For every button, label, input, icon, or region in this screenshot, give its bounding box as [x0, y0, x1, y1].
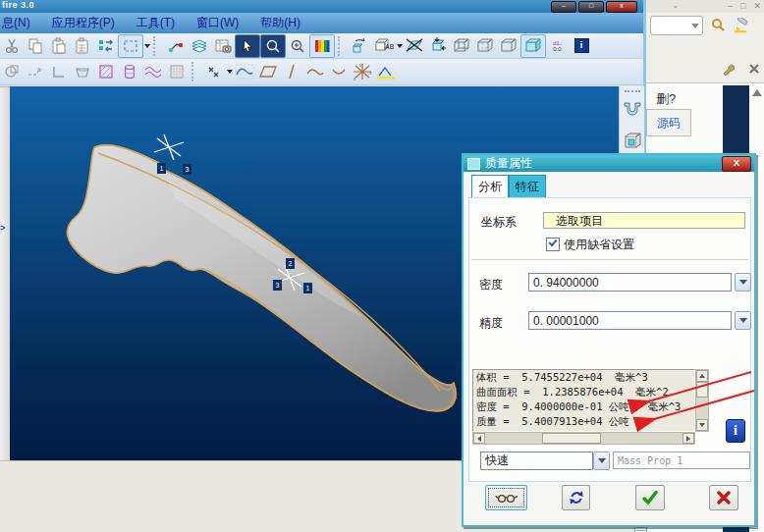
menu-tools[interactable]: 工具(T) — [136, 15, 175, 31]
spline-curve-icon[interactable] — [233, 61, 256, 82]
accuracy-dropdown-button[interactable] — [735, 311, 751, 330]
view-manager-icon[interactable] — [211, 35, 235, 57]
part-model[interactable] — [68, 145, 457, 411]
info-icon[interactable]: i — [570, 35, 593, 57]
wave-curve-icon[interactable] — [303, 61, 327, 82]
window-title: fire 3.0 — [2, 0, 34, 10]
scroll-up-icon[interactable] — [752, 89, 762, 96]
shaded-display-icon[interactable] — [520, 34, 546, 58]
zoom-in-icon[interactable] — [286, 35, 309, 57]
search-icon[interactable] — [710, 18, 726, 33]
csys-star-icon[interactable]: vxz — [351, 61, 374, 82]
surface-waves-icon[interactable] — [141, 61, 165, 82]
draft-tool-icon[interactable] — [24, 61, 47, 82]
select-arrow-icon[interactable] — [235, 34, 260, 58]
close-button[interactable]: x — [606, 1, 637, 13]
pattern-grid-icon[interactable] — [165, 61, 189, 82]
hidden-line-display-icon[interactable] — [473, 35, 497, 57]
layers-icon[interactable] — [188, 35, 211, 57]
results-horizontal-scrollbar[interactable] — [472, 432, 695, 445]
bg-maximize-button[interactable]: □ — [740, 0, 745, 12]
scroll-down-button[interactable] — [696, 419, 708, 431]
csys2-axis-label: 2 — [286, 258, 295, 269]
views-icon-text: AB — [385, 43, 394, 50]
expand-panel-arrow-icon[interactable]: > — [0, 223, 5, 233]
left-panel-splitter[interactable]: > — [0, 86, 10, 461]
bg-address-combobox[interactable] — [650, 16, 703, 35]
select-box-icon[interactable] — [118, 34, 143, 58]
scroll-left-button[interactable] — [473, 433, 485, 444]
analysis-name-field[interactable] — [613, 452, 750, 469]
mode-combobox[interactable] — [480, 452, 593, 470]
result-surface-area: 曲面面积 = 1.2385876e+04 毫米^2 — [473, 385, 694, 399]
scrollbar-thumb[interactable] — [542, 433, 601, 444]
dialog-title: 质量属性 — [485, 155, 532, 172]
corner-tool-icon[interactable] — [47, 61, 71, 82]
scroll-right-button[interactable] — [682, 433, 694, 444]
tab-analysis[interactable]: 分析 — [471, 175, 509, 199]
wrench-icon[interactable] — [721, 63, 735, 77]
datum-angle-icon[interactable] — [374, 61, 398, 82]
menu-applications[interactable]: 应用程序(P) — [52, 15, 115, 31]
toolbar-drag-handle[interactable] — [625, 90, 640, 92]
chevron-down-icon — [691, 24, 699, 28]
wireframe-display-icon[interactable] — [450, 35, 473, 57]
repeat-button[interactable] — [562, 485, 590, 510]
datum-points-icon[interactable] — [202, 61, 226, 82]
saved-views-icon[interactable]: AB — [372, 35, 396, 57]
menu-help[interactable]: 帮助(H) — [260, 15, 300, 31]
datum-axis-display-icon[interactable] — [426, 35, 450, 57]
highlighter-icon[interactable] — [733, 18, 750, 33]
color-palette-icon[interactable] — [309, 34, 335, 58]
paste-icon[interactable] — [47, 35, 71, 57]
density-input[interactable] — [528, 273, 732, 292]
arc-icon[interactable] — [327, 61, 351, 82]
bg-minimize-button[interactable]: – — [728, 0, 733, 12]
copy-icon[interactable] — [24, 35, 47, 57]
bg-close-button[interactable]: ✕ — [753, 0, 761, 12]
hole-tool-icon[interactable] — [0, 61, 24, 82]
shell-tool-icon[interactable] — [71, 61, 94, 82]
no-hidden-display-icon[interactable] — [497, 35, 520, 57]
density-dropdown-button[interactable] — [735, 273, 751, 292]
cut-icon[interactable] — [0, 35, 24, 57]
csys-marker-1[interactable] — [154, 134, 184, 160]
menu-info[interactable]: 息(N) — [2, 15, 30, 31]
dialog-close-button[interactable]: X — [722, 156, 751, 172]
info-button[interactable]: i — [726, 419, 745, 443]
regenerate-icon[interactable] — [94, 35, 118, 57]
tab-feature[interactable]: 特征 — [509, 175, 546, 199]
accuracy-input[interactable] — [528, 311, 732, 330]
preview-button[interactable] — [485, 485, 527, 510]
use-default-checkbox[interactable] — [546, 238, 560, 251]
chevron-down-icon — [739, 318, 747, 323]
datum-plane-display-icon[interactable] — [403, 35, 426, 57]
scroll-up-button[interactable] — [696, 370, 708, 382]
cube-feature-icon[interactable] — [621, 130, 644, 151]
maximize-button[interactable]: □ — [578, 1, 604, 13]
ok-button[interactable] — [635, 485, 665, 510]
mode-dropdown-button[interactable] — [593, 452, 610, 470]
cancel-button[interactable] — [709, 485, 738, 510]
paste-special-icon[interactable] — [71, 35, 94, 57]
source-code-tab[interactable]: 源码 — [646, 109, 691, 136]
dimension-display-icon[interactable]: d1↓0.0 — [546, 35, 570, 57]
scrollbar-thumb[interactable] — [696, 382, 708, 398]
datum-point-icon[interactable] — [164, 35, 188, 57]
chevron-down-icon[interactable]: ⌄ — [672, 0, 680, 10]
centerline-icon[interactable] — [280, 61, 303, 82]
hatch-region-icon[interactable] — [94, 61, 118, 82]
results-vertical-scrollbar[interactable] — [695, 369, 709, 432]
slot-feature-icon[interactable] — [621, 98, 644, 120]
close-x-icon[interactable] — [748, 63, 760, 77]
zoom-window-icon[interactable] — [260, 34, 286, 58]
results-text-area[interactable]: 体积 = 5.7455227e+04 毫米^3 曲面面积 = 1.2385876… — [472, 369, 695, 432]
menu-window[interactable]: 窗口(W) — [196, 15, 239, 31]
dialog-title-bar[interactable]: 质量属性 — [464, 155, 754, 172]
coordinate-system-field[interactable]: 选取项目 — [543, 212, 745, 229]
reorient-view-icon[interactable] — [349, 35, 372, 57]
parallelogram-icon[interactable] — [256, 61, 280, 82]
revolve-tool-icon[interactable] — [118, 61, 141, 82]
minimize-button[interactable]: – — [551, 1, 576, 13]
select-box-dropdown-caret[interactable] — [144, 44, 150, 48]
